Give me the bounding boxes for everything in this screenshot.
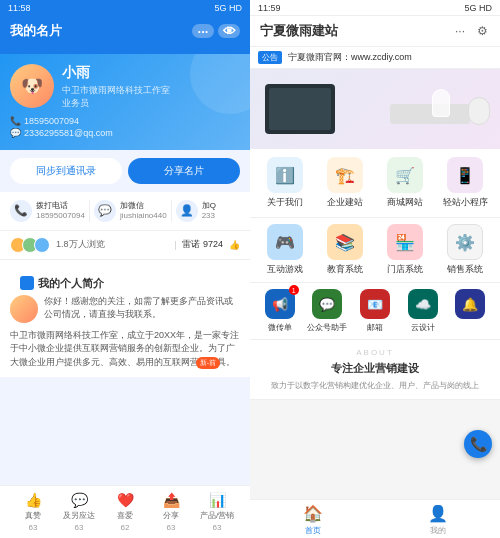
share-button[interactable]: 分享名片 bbox=[128, 158, 240, 184]
profile-contact: 📞 18595007094 💬 2336295581@qq.com bbox=[10, 116, 240, 138]
left-header-actions: ··· 👁 bbox=[192, 24, 240, 38]
service-flyer[interactable]: 📢1 微传单 bbox=[258, 289, 302, 333]
phone-contact: 📞 18595007094 bbox=[10, 116, 240, 126]
settings-icon[interactable]: ⚙ bbox=[474, 23, 490, 39]
quick-actions: 📞 拨打电话 18595007094 💬 加微信 jiushiaino440 👤… bbox=[0, 192, 250, 231]
ad-banner: 公告 宁夏微雨官网：www.zcdiy.com bbox=[250, 47, 500, 69]
right-status-bar: 11:59 5G HD bbox=[250, 0, 500, 16]
nav-profile[interactable]: 👤 我的 bbox=[375, 504, 500, 536]
service-game[interactable]: 🎮 互动游戏 bbox=[258, 224, 312, 276]
eye-button[interactable]: 👁 bbox=[218, 24, 240, 38]
heart-action[interactable]: ❤️ 喜爱 62 bbox=[102, 492, 148, 532]
service-icons-row1: ℹ️ 关于我们 🏗️ 企业建站 🛒 商城网站 📱 轻站小程序 bbox=[250, 149, 500, 218]
wechat-action[interactable]: 💬 加微信 jiushiaino440 bbox=[94, 196, 167, 226]
build-icon: 🏗️ bbox=[327, 157, 363, 193]
mini-avatar-3 bbox=[34, 237, 50, 253]
flyer-icon: 📢1 bbox=[265, 289, 295, 319]
product-action[interactable]: 📊 产品/营销 63 bbox=[194, 492, 240, 532]
service-store[interactable]: 🏪 门店系统 bbox=[378, 224, 432, 276]
right-panel: 11:59 5G HD 宁夏微雨建站 ··· ⚙ 公告 宁夏微雨官网：www.z… bbox=[250, 0, 500, 538]
promo-desc: 致力于以数字化营销构建优化企业、用户、产品与岗的线上 bbox=[258, 380, 492, 391]
service-build[interactable]: 🏗️ 企业建站 bbox=[318, 157, 372, 209]
mail-icon: 📧 bbox=[360, 289, 390, 319]
store-icon: 🏪 bbox=[387, 224, 423, 260]
service-shop[interactable]: 🛒 商城网站 bbox=[378, 157, 432, 209]
home-icon: 🏠 bbox=[303, 504, 323, 523]
service-about[interactable]: ℹ️ 关于我们 bbox=[258, 157, 312, 209]
right-title: 宁夏微雨建站 bbox=[260, 22, 338, 40]
avatar-group bbox=[10, 237, 50, 253]
promo-title: 专注企业营销建设 bbox=[258, 361, 492, 376]
phone-icon: 📞 bbox=[10, 200, 32, 222]
edu-icon: 📚 bbox=[327, 224, 363, 260]
service-extra[interactable]: 🔔 bbox=[448, 289, 492, 333]
product-icon: 📊 bbox=[209, 492, 226, 508]
more-button[interactable]: ··· bbox=[192, 24, 214, 38]
call-action[interactable]: 📞 拨打电话 18595007094 bbox=[10, 196, 85, 226]
share-action[interactable]: 📤 分享 63 bbox=[148, 492, 194, 532]
stats-row: 1.8万人浏览 | 雷诺 9724 👍 bbox=[0, 231, 250, 260]
sync-button[interactable]: 同步到通讯录 bbox=[10, 158, 122, 184]
intro-section: 我的个人简介 你好！感谢您的关注，如需了解更多产品资讯或公司情况，请直接与我联系… bbox=[0, 260, 250, 378]
left-status-bar: 11:58 5G HD bbox=[0, 0, 250, 16]
intro-with-avatar: 你好！感谢您的关注，如需了解更多产品资讯或公司情况，请直接与我联系。 bbox=[10, 295, 240, 323]
comment-icon: 💬 bbox=[71, 492, 88, 508]
game-icon: 🎮 bbox=[267, 224, 303, 260]
section-title: 我的个人简介 bbox=[10, 268, 240, 295]
intro-more: 中卫市微雨网络科技工作室，成立于20XX年，是一家专注于中小微企业提供互联网营销… bbox=[10, 329, 240, 370]
service-mini[interactable]: 📱 轻站小程序 bbox=[438, 157, 492, 209]
left-signal: 5G HD bbox=[214, 3, 242, 13]
like-action[interactable]: 👍 真赞 63 bbox=[10, 492, 56, 532]
avatar-img: 🐶 bbox=[10, 64, 54, 108]
left-panel: 11:58 5G HD 我的名片 ··· 👁 🐶 小雨 中卫市微雨网络科技工作室… bbox=[0, 0, 250, 538]
new-badge: 新-前 bbox=[196, 357, 220, 370]
service-cloud[interactable]: ☁️ 云设计 bbox=[401, 289, 445, 333]
hero-image bbox=[250, 69, 500, 149]
comment-action[interactable]: 💬 及另应达 63 bbox=[56, 492, 102, 532]
profile-label: 我的 bbox=[430, 525, 446, 536]
share-icon: 📤 bbox=[163, 492, 180, 508]
more-icon[interactable]: ··· bbox=[452, 23, 468, 39]
views-text: 1.8万人浏览 bbox=[56, 238, 168, 251]
mouse-shape bbox=[468, 97, 490, 125]
right-wrapper: 11:59 5G HD 宁夏微雨建站 ··· ⚙ 公告 宁夏微雨官网：www.z… bbox=[250, 0, 500, 538]
praises-text: 雷诺 9724 bbox=[182, 238, 223, 251]
monitor-shape bbox=[265, 84, 335, 134]
call-info: 拨打电话 18595007094 bbox=[36, 201, 85, 220]
service-wechat-helper[interactable]: 💬 公众号助手 bbox=[306, 289, 350, 333]
intro-text: 你好！感谢您的关注，如需了解更多产品资讯或公司情况，请直接与我联系。 bbox=[44, 295, 240, 323]
bottom-actions: 👍 真赞 63 💬 及另应达 63 ❤️ 喜爱 62 📤 分享 63 📊 产品/… bbox=[0, 485, 250, 538]
like-icon: 👍 bbox=[25, 492, 42, 508]
avatar: 🐶 bbox=[10, 64, 54, 108]
sales-icon: ⚙️ bbox=[447, 224, 483, 260]
action-buttons: 同步到通讯录 分享名片 bbox=[10, 158, 240, 184]
cloud-icon: ☁️ bbox=[408, 289, 438, 319]
right-header: 宁夏微雨建站 ··· ⚙ bbox=[250, 16, 500, 47]
left-time: 11:58 bbox=[8, 3, 31, 13]
left-header-title: 我的名片 ··· 👁 bbox=[10, 22, 240, 40]
section-label: 我的个人简介 bbox=[38, 276, 104, 291]
left-header: 我的名片 ··· 👁 bbox=[0, 16, 250, 54]
qq-action[interactable]: 👤 加Q 233 bbox=[176, 196, 240, 226]
bottom-nav: 🏠 首页 👤 我的 bbox=[250, 499, 500, 538]
profile-icon: 👤 bbox=[428, 504, 448, 523]
promo-section: ABOUT 专注企业营销建设 致力于以数字化营销构建优化企业、用户、产品与岗的线… bbox=[250, 340, 500, 400]
about-icon: ℹ️ bbox=[267, 157, 303, 193]
likes-icon: 👍 bbox=[229, 240, 240, 250]
wechat-helper-icon: 💬 bbox=[312, 289, 342, 319]
nav-home[interactable]: 🏠 首页 bbox=[250, 504, 375, 536]
service-sales[interactable]: ⚙️ 销售系统 bbox=[438, 224, 492, 276]
wechat-icon: 💬 bbox=[94, 200, 116, 222]
about-label: ABOUT bbox=[258, 348, 492, 357]
ad-tag: 公告 bbox=[258, 51, 282, 64]
mini-icon: 📱 bbox=[447, 157, 483, 193]
heart-icon: ❤️ bbox=[117, 492, 134, 508]
float-phone-button[interactable]: 📞 bbox=[464, 430, 492, 458]
monitor-screen bbox=[269, 88, 331, 130]
home-label: 首页 bbox=[305, 525, 321, 536]
intro-avatar bbox=[10, 295, 38, 323]
extra-icon: 🔔 bbox=[455, 289, 485, 319]
service-mail[interactable]: 📧 邮箱 bbox=[353, 289, 397, 333]
keyboard-shape bbox=[390, 104, 470, 124]
service-edu[interactable]: 📚 教育系统 bbox=[318, 224, 372, 276]
